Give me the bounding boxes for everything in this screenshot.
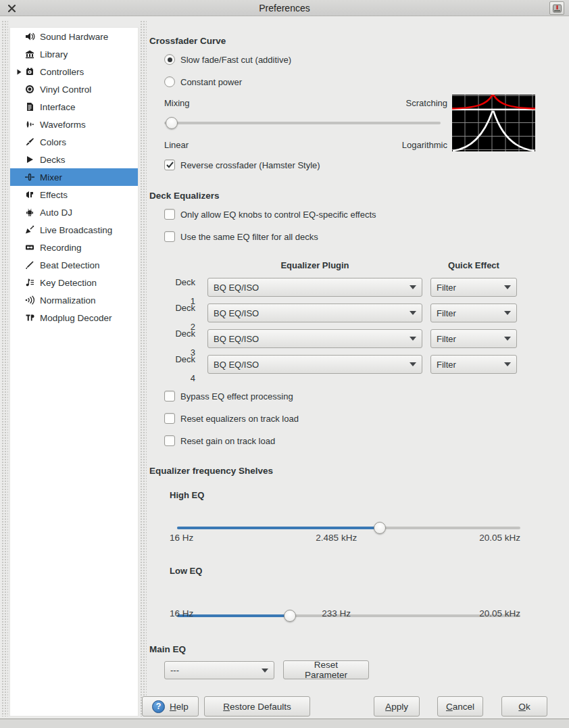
linear-label: Linear [164,140,189,150]
deck-4-quick-effect-dropdown[interactable]: Filter [430,355,517,374]
sidebar-item-label: Live Broadcasting [40,225,112,235]
chevron-down-icon [499,311,516,315]
crossfader-curve-graph [452,95,535,153]
high-eq-label: High EQ [170,490,204,500]
ok-button[interactable]: Ok [501,696,547,717]
radio-constant-power[interactable]: Constant power [164,76,242,87]
sidebar-item-beat-detection[interactable]: Beat Detection [10,256,138,274]
sidebar-item-label: Decks [40,155,66,165]
sidebar-item-waveforms[interactable]: Waveforms [10,116,138,133]
close-icon[interactable] [5,2,18,14]
speaker-icon [24,31,35,42]
satellite-icon [24,224,35,235]
sidebar-item-mixer[interactable]: Mixer [10,168,138,186]
music-key-icon [24,277,35,288]
same-eq-filter-checkbox-row[interactable]: Use the same EQ filter for all decks [164,231,318,242]
document-icon [24,101,35,112]
window-title: Preferences [0,3,569,14]
low-eq-max-label: 20.05 kHz [479,608,520,618]
sidebar-item-modplug-decoder[interactable]: Modplug Decoder [10,309,138,326]
deck-equalizers-heading: Deck Equalizers [149,191,220,201]
scratching-label: Scratching [406,98,447,108]
low-eq-value-label: 233 Hz [322,608,351,618]
deck-3-quick-effect-dropdown[interactable]: Filter [430,329,517,348]
chevron-down-icon [499,337,516,341]
sidebar-item-label: Interface [40,102,76,112]
deck-1-quick-effect-dropdown[interactable]: Filter [430,278,517,297]
sidebar-item-label: Normalization [40,295,96,306]
radio-icon[interactable] [164,54,175,65]
checkbox-icon[interactable] [164,435,175,446]
sidebar-item-sound-hardware[interactable]: Sound Hardware [10,28,138,45]
deck-2-eq-plugin-dropdown[interactable]: BQ EQ/ISO [207,304,422,322]
paintbrush-icon [24,137,35,147]
deck-1-eq-plugin-dropdown[interactable]: BQ EQ/ISO [207,278,422,297]
deck-4-eq-plugin-dropdown[interactable]: BQ EQ/ISO [207,355,422,374]
checkbox-icon[interactable] [164,391,175,402]
sidebar-item-interface[interactable]: Interface [10,98,138,116]
chevron-down-icon [499,362,516,366]
checkbox-icon[interactable] [164,160,175,170]
only-eq-knobs-checkbox-row[interactable]: Only allow EQ knobs to control EQ-specif… [164,209,376,220]
restore-defaults-button[interactable]: Restore Defaults [204,696,310,717]
checkbox-label: Bypass EQ effect processing [180,391,293,402]
slider-handle[interactable] [166,117,178,129]
controller-icon [24,66,35,77]
checkbox-icon[interactable] [164,413,175,424]
robot-icon [24,207,35,218]
sidebar-item-normalization[interactable]: Normalization [10,291,138,309]
chevron-down-icon [404,337,422,341]
resize-grip-left [1,20,8,717]
radio-icon[interactable] [164,76,175,87]
sidebar-item-key-detection[interactable]: Key Detection [10,274,138,291]
cassette-icon [24,242,35,253]
deck-2-quick-effect-dropdown[interactable]: Filter [430,304,517,322]
sidebar-item-label: Vinyl Control [40,84,91,95]
expand-arrow-icon[interactable] [14,69,24,75]
radio-slow-fade[interactable]: Slow fade/Fast cut (additive) [164,54,291,65]
dropdown-value: Filter [431,360,499,370]
sidebar-item-label: Waveforms [40,120,86,130]
play-icon [24,154,35,165]
sidebar-item-effects[interactable]: Effects [10,186,138,203]
low-eq-min-label: 16 Hz [170,608,193,618]
reset-gain-checkbox-row[interactable]: Reset gain on track load [164,435,275,446]
window-bottom-strip [0,719,569,728]
checkbox-icon[interactable] [164,231,175,242]
sidebar-item-recording[interactable]: Recording [10,239,138,256]
sidebar-item-colors[interactable]: Colors [10,133,138,151]
waveform-icon [24,119,35,130]
checkbox-icon[interactable] [164,209,175,220]
radio-label: Constant power [180,77,242,87]
sidebar-item-controllers[interactable]: Controllers [10,63,138,80]
splitter-handle[interactable] [140,20,147,717]
reset-parameter-button[interactable]: Reset Parameter [283,660,369,679]
high-eq-max-label: 20.05 kHz [479,533,520,543]
sidebar-item-vinyl-control[interactable]: Vinyl Control [10,80,138,98]
app-icon[interactable] [549,1,564,15]
logarithmic-label: Logarithmic [402,140,447,150]
help-button-label: Help [170,702,189,712]
sidebar-item-library[interactable]: Library [10,45,138,63]
sidebar-item-label: Effects [40,190,68,200]
dropdown-value: Filter [431,308,499,318]
dropdown-value: Filter [431,334,499,344]
help-button[interactable]: ? Help [142,696,199,717]
deck-3-eq-plugin-dropdown[interactable]: BQ EQ/ISO [207,329,422,348]
sidebar-item-label: Sound Hardware [40,32,108,42]
cancel-button[interactable]: Cancel [437,696,483,717]
crossfader-curve-slider[interactable] [164,117,441,129]
bypass-eq-checkbox-row[interactable]: Bypass EQ effect processing [164,391,293,402]
reset-equalizers-checkbox-row[interactable]: Reset equalizers on track load [164,413,299,424]
sidebar-item-decks[interactable]: Decks [10,151,138,168]
high-eq-value-label: 2.485 kHz [316,533,357,543]
checkbox-label: Only allow EQ knobs to control EQ-specif… [180,210,376,220]
reverse-crossfader-checkbox-row[interactable]: Reverse crossfader (Hamster Style) [164,160,320,170]
quick-effect-column-header: Quick Effect [430,260,517,270]
apply-button[interactable]: Apply [374,696,420,717]
titlebar: Preferences [0,0,569,16]
sidebar-item-live-broadcasting[interactable]: Live Broadcasting [10,221,138,239]
main-eq-dropdown[interactable]: --- [164,661,274,679]
eq-frequency-shelves-heading: Equalizer frequency Shelves [149,466,273,476]
sidebar-item-auto-dj[interactable]: Auto DJ [10,203,138,221]
